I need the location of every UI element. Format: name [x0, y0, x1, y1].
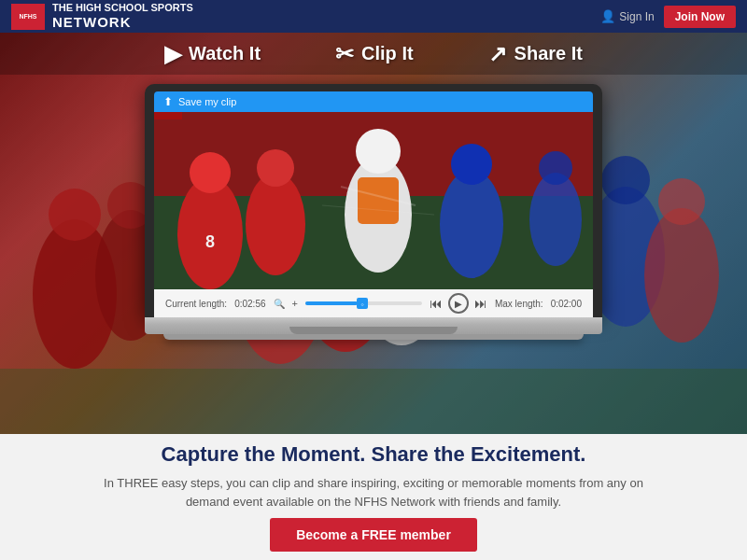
logo-abbr: NFHS [19, 13, 36, 21]
progress-fill [305, 301, 358, 305]
laptop-mockup: ⬆ Save my clip 8 [145, 84, 602, 340]
tagline: Capture the Moment. Share the Excitement… [162, 442, 586, 467]
progress-thumb[interactable]: ⬦ [357, 298, 368, 309]
bottom-section: Capture the Moment. Share the Excitement… [0, 434, 747, 560]
step-clip: ✂ Clip It [335, 41, 414, 67]
description: In THREE easy steps, you can clip and sh… [103, 474, 644, 511]
upload-icon: ⬆ [163, 95, 173, 108]
share-icon: ↗ [488, 41, 507, 67]
save-bar: ⬆ Save my clip [154, 91, 593, 112]
step-watch: ▶ Watch It [164, 41, 261, 67]
play-button[interactable]: ▶ [448, 293, 469, 314]
zoom-out-icon[interactable]: 🔍 [274, 299, 285, 309]
skip-forward-icon[interactable]: ⏭ [474, 296, 487, 311]
video-player[interactable]: 8 [154, 112, 593, 289]
cta-button[interactable]: Become a FREE member [270, 518, 477, 552]
step-share: ↗ Share It [488, 41, 583, 67]
laptop-screen-outer: ⬆ Save my clip 8 [145, 84, 602, 317]
sign-in-button[interactable]: 👤 Sign In [600, 9, 654, 23]
network-title: THE HIGH SCHOOL SPORTS NETWORK [52, 2, 193, 31]
video-controls: Current length: 0:02:56 🔍 + ⬦ ⏮ ▶ ⏭ [154, 289, 593, 317]
join-now-button[interactable]: Join Now [664, 6, 736, 28]
hero-section: ▶ Watch It ✂ Clip It ↗ Share It ⬆ Save m… [0, 33, 747, 434]
laptop-base [145, 317, 602, 334]
header: NFHS THE HIGH SCHOOL SPORTS NETWORK 👤 Si… [0, 0, 747, 33]
user-icon: 👤 [600, 9, 615, 23]
header-right: 👤 Sign In Join Now [600, 6, 736, 28]
logo-area: NFHS THE HIGH SCHOOL SPORTS NETWORK [11, 2, 193, 31]
zoom-in-icon[interactable]: + [292, 298, 298, 309]
logo-box: NFHS [11, 4, 45, 30]
play-controls: ⏮ ▶ ⏭ [430, 293, 487, 314]
play-circle-icon: ▶ [164, 41, 181, 67]
laptop-foot [163, 334, 584, 340]
steps-row: ▶ Watch It ✂ Clip It ↗ Share It [0, 33, 747, 75]
scissors-icon: ✂ [335, 41, 354, 67]
progress-track[interactable]: ⬦ [305, 301, 422, 305]
skip-back-icon[interactable]: ⏮ [430, 296, 443, 311]
laptop-screen-inner: ⬆ Save my clip 8 [154, 91, 593, 317]
video-overlay [154, 112, 593, 289]
